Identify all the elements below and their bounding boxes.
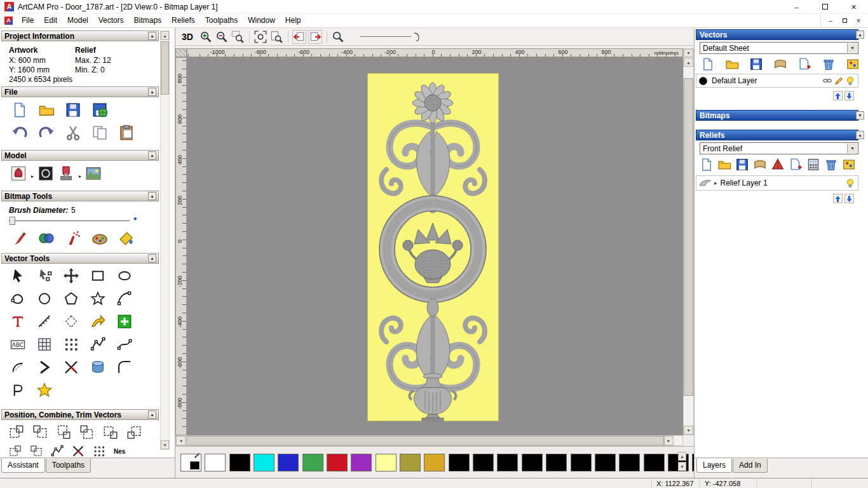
undo-icon[interactable] bbox=[11, 125, 28, 141]
align-left-icon[interactable] bbox=[9, 424, 24, 440]
calculate-relief-icon[interactable] bbox=[806, 158, 820, 172]
airbrush-icon[interactable] bbox=[65, 230, 81, 247]
scrollbar-thumb[interactable] bbox=[684, 78, 693, 396]
move-layer-up-button[interactable] bbox=[833, 194, 843, 203]
layer-colour-icon[interactable] bbox=[846, 57, 860, 71]
view-3d-button[interactable]: 3D bbox=[182, 32, 193, 42]
cut-icon[interactable] bbox=[65, 125, 81, 141]
nest-vectors-icon[interactable]: Nes bbox=[114, 448, 125, 455]
collapse-button[interactable]: ▲ bbox=[148, 192, 156, 200]
text-block-tool-icon[interactable] bbox=[10, 337, 25, 352]
expand-arrow-icon[interactable]: ▸ bbox=[714, 180, 717, 186]
palette-swatch[interactable] bbox=[229, 454, 250, 471]
collapse-button[interactable]: ▲ bbox=[148, 410, 156, 419]
layer-visibility-icon[interactable] bbox=[845, 76, 855, 86]
flyout-arrow-icon[interactable]: ▸ bbox=[31, 173, 34, 179]
edit-layer-icon[interactable] bbox=[834, 76, 844, 86]
circle-tool-icon[interactable] bbox=[37, 291, 52, 306]
new-model-icon[interactable] bbox=[11, 102, 28, 118]
restore-button[interactable] bbox=[811, 0, 839, 14]
transform-tool-icon[interactable] bbox=[64, 268, 79, 283]
vector-layer-row[interactable]: Default Layer bbox=[696, 74, 858, 88]
section-header-position-combine-trim[interactable]: Position, Combine, Trim Vectors ▲ bbox=[1, 409, 159, 420]
flyout-arrow-icon[interactable]: ▸ bbox=[79, 173, 81, 179]
layer-name[interactable]: Default Layer bbox=[712, 76, 757, 85]
collapse-button[interactable]: ▲ bbox=[148, 254, 156, 262]
profile-tool-icon[interactable] bbox=[10, 383, 25, 398]
mirror-vectors-icon[interactable] bbox=[126, 424, 142, 440]
import-model-icon[interactable] bbox=[92, 102, 108, 118]
open-model-icon[interactable] bbox=[38, 102, 55, 118]
lock-layer-icon[interactable] bbox=[822, 76, 832, 86]
sheet-selector[interactable]: Default Sheet ▼ bbox=[700, 42, 858, 54]
menu-help[interactable]: Help bbox=[280, 14, 306, 27]
open-vectors-icon[interactable] bbox=[725, 57, 739, 71]
ellipse-tool-icon[interactable] bbox=[117, 268, 132, 283]
tab-assistant[interactable]: Assistant bbox=[1, 459, 45, 473]
minimize-button[interactable]: – bbox=[782, 0, 811, 14]
star-tool-icon[interactable] bbox=[90, 291, 105, 306]
section-header-reliefs[interactable]: Reliefs bbox=[696, 130, 858, 140]
tab-toolpaths[interactable]: Toolpaths bbox=[46, 459, 91, 473]
palette-swatch[interactable] bbox=[546, 454, 567, 471]
point-cloud-tool-icon[interactable] bbox=[64, 337, 79, 352]
dropdown-arrow-icon[interactable]: ▼ bbox=[847, 43, 857, 53]
tab-layers[interactable]: Layers bbox=[696, 459, 732, 473]
save-vectors-icon[interactable] bbox=[749, 57, 763, 71]
align-top-icon[interactable] bbox=[56, 424, 71, 440]
zoom-selection-icon[interactable] bbox=[331, 30, 345, 44]
zoom-in-icon[interactable] bbox=[199, 30, 213, 44]
zoom-fit-icon[interactable] bbox=[254, 30, 268, 44]
layer-colour-dot[interactable] bbox=[699, 77, 707, 85]
layer-name[interactable]: Relief Layer 1 bbox=[721, 179, 768, 187]
previous-view-icon[interactable] bbox=[292, 30, 306, 44]
relief-colour-icon[interactable] bbox=[842, 158, 856, 172]
menu-bitmaps[interactable]: Bitmaps bbox=[129, 14, 166, 27]
fit-curve-tool-icon[interactable] bbox=[117, 337, 132, 352]
palette-swatch[interactable] bbox=[497, 454, 518, 471]
grid-tool-icon[interactable] bbox=[37, 337, 52, 352]
palette-swatch[interactable] bbox=[449, 454, 470, 471]
scroll-left-button[interactable]: ◄ bbox=[176, 436, 186, 445]
dropdown-arrow-icon[interactable]: ▼ bbox=[847, 144, 857, 153]
palette-swatch[interactable] bbox=[351, 454, 372, 471]
zoom-window-icon[interactable] bbox=[231, 30, 245, 44]
arc-tool-icon[interactable] bbox=[117, 291, 132, 306]
palette-swatch[interactable] bbox=[205, 454, 226, 471]
scroll-up-button[interactable]: ▲ bbox=[684, 58, 693, 67]
fillet-tool-icon[interactable] bbox=[117, 360, 132, 375]
select-tool-icon[interactable] bbox=[10, 268, 25, 283]
move-layer-up-button[interactable] bbox=[833, 91, 843, 100]
scroll-down-button[interactable]: ▼ bbox=[161, 440, 169, 449]
palette-swatch[interactable] bbox=[571, 454, 592, 471]
menu-file[interactable]: File bbox=[17, 14, 39, 27]
menu-reliefs[interactable]: Reliefs bbox=[166, 14, 200, 27]
save-relief-icon[interactable] bbox=[735, 158, 749, 172]
scroll-right-button[interactable]: ► bbox=[664, 436, 674, 445]
measure-tool-icon[interactable] bbox=[37, 314, 52, 329]
delete-layer-icon[interactable] bbox=[822, 57, 836, 71]
redo-icon[interactable] bbox=[38, 125, 55, 141]
group-vectors-icon[interactable] bbox=[9, 445, 22, 458]
brush-diameter-slider-track[interactable] bbox=[9, 220, 130, 221]
relief-selector[interactable]: Front Relief ▼ bbox=[700, 142, 858, 154]
new-relief-layer-icon[interactable] bbox=[789, 158, 803, 172]
menu-edit[interactable]: Edit bbox=[39, 14, 62, 27]
collapse-button[interactable]: ▲ bbox=[148, 151, 156, 159]
section-header-model[interactable]: Model ▲ bbox=[1, 150, 159, 161]
palette-scroll-up-button[interactable]: ▲ bbox=[678, 452, 686, 461]
section-header-file[interactable]: File ▲ bbox=[1, 86, 159, 97]
slider-handle-icon[interactable] bbox=[412, 30, 421, 43]
palette-swatch[interactable] bbox=[400, 454, 421, 471]
scrollbar-thumb[interactable] bbox=[161, 41, 169, 95]
weld-vectors-icon[interactable] bbox=[93, 445, 105, 458]
brush-size-slider[interactable] bbox=[360, 36, 411, 37]
trim-cross-tool-icon[interactable] bbox=[64, 360, 79, 375]
greyscale-model-icon[interactable] bbox=[37, 165, 54, 182]
freeform-tool-icon[interactable] bbox=[10, 291, 25, 306]
menu-toolpaths[interactable]: Toolpaths bbox=[200, 14, 243, 27]
move-layer-down-button[interactable] bbox=[844, 91, 854, 100]
scroll-up-button[interactable]: ▲ bbox=[161, 31, 169, 40]
palette-swatch[interactable] bbox=[644, 454, 665, 471]
palette-swatch[interactable] bbox=[595, 454, 616, 471]
